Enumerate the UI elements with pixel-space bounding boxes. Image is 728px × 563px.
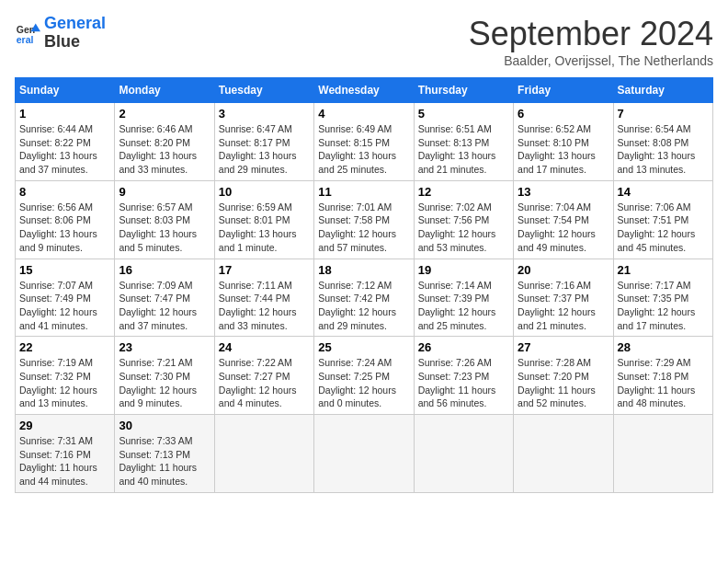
calendar-day-cell: 28Sunrise: 7:29 AM Sunset: 7:18 PM Dayli…: [613, 337, 712, 415]
day-info: Sunrise: 7:04 AM Sunset: 7:54 PM Dayligh…: [518, 201, 609, 255]
calendar-day-cell: 2Sunrise: 6:46 AM Sunset: 8:20 PM Daylig…: [115, 103, 214, 181]
day-info: Sunrise: 7:01 AM Sunset: 7:58 PM Dayligh…: [318, 201, 409, 255]
day-info: Sunrise: 7:12 AM Sunset: 7:42 PM Dayligh…: [318, 279, 409, 333]
logo: Gen eral GeneralBlue: [15, 15, 106, 52]
calendar-day-cell: 25Sunrise: 7:24 AM Sunset: 7:25 PM Dayli…: [314, 337, 414, 415]
calendar-day-cell: [314, 415, 414, 493]
calendar-day-cell: [613, 415, 712, 493]
day-number: 20: [518, 263, 609, 277]
day-number: 26: [418, 340, 509, 354]
day-info: Sunrise: 7:26 AM Sunset: 7:23 PM Dayligh…: [418, 356, 509, 410]
day-info: Sunrise: 7:28 AM Sunset: 7:20 PM Dayligh…: [518, 356, 609, 410]
calendar-day-cell: 9Sunrise: 6:57 AM Sunset: 8:03 PM Daylig…: [115, 180, 214, 259]
calendar-day-cell: 11Sunrise: 7:01 AM Sunset: 7:58 PM Dayli…: [314, 180, 414, 259]
weekday-header: Friday: [514, 78, 613, 103]
calendar-day-cell: 20Sunrise: 7:16 AM Sunset: 7:37 PM Dayli…: [514, 259, 613, 337]
day-number: 30: [119, 419, 210, 432]
day-number: 11: [318, 185, 409, 199]
day-info: Sunrise: 7:19 AM Sunset: 7:32 PM Dayligh…: [19, 356, 110, 410]
day-number: 1: [19, 107, 110, 121]
calendar-day-cell: 26Sunrise: 7:26 AM Sunset: 7:23 PM Dayli…: [414, 337, 513, 415]
calendar-day-cell: 14Sunrise: 7:06 AM Sunset: 7:51 PM Dayli…: [613, 180, 712, 259]
day-number: 12: [418, 185, 509, 199]
weekday-header: Thursday: [414, 78, 513, 103]
day-info: Sunrise: 7:22 AM Sunset: 7:27 PM Dayligh…: [219, 356, 310, 410]
calendar-day-cell: 27Sunrise: 7:28 AM Sunset: 7:20 PM Dayli…: [514, 337, 613, 415]
day-info: Sunrise: 7:21 AM Sunset: 7:30 PM Dayligh…: [119, 356, 210, 410]
calendar-day-cell: 23Sunrise: 7:21 AM Sunset: 7:30 PM Dayli…: [115, 337, 214, 415]
day-info: Sunrise: 7:06 AM Sunset: 7:51 PM Dayligh…: [618, 201, 709, 255]
calendar-day-cell: 3Sunrise: 6:47 AM Sunset: 8:17 PM Daylig…: [214, 103, 313, 181]
day-number: 4: [318, 107, 409, 121]
page-header: Gen eral GeneralBlue September 2024 Baal…: [15, 15, 713, 68]
calendar-day-cell: [414, 415, 513, 493]
day-number: 7: [618, 107, 709, 121]
day-info: Sunrise: 7:29 AM Sunset: 7:18 PM Dayligh…: [618, 356, 709, 410]
calendar-day-cell: 30Sunrise: 7:33 AM Sunset: 7:13 PM Dayli…: [115, 415, 214, 493]
day-info: Sunrise: 6:49 AM Sunset: 8:15 PM Dayligh…: [318, 122, 409, 177]
logo-icon: Gen eral: [15, 20, 40, 46]
calendar-day-cell: 18Sunrise: 7:12 AM Sunset: 7:42 PM Dayli…: [314, 259, 414, 337]
calendar-day-cell: 4Sunrise: 6:49 AM Sunset: 8:15 PM Daylig…: [314, 103, 414, 181]
day-number: 14: [618, 185, 709, 199]
day-info: Sunrise: 7:33 AM Sunset: 7:13 PM Dayligh…: [119, 434, 210, 488]
calendar-day-cell: 21Sunrise: 7:17 AM Sunset: 7:35 PM Dayli…: [613, 259, 712, 337]
calendar-day-cell: [514, 415, 613, 493]
day-info: Sunrise: 6:47 AM Sunset: 8:17 PM Dayligh…: [219, 122, 310, 177]
calendar-week-row: 22Sunrise: 7:19 AM Sunset: 7:32 PM Dayli…: [16, 337, 713, 415]
day-number: 18: [318, 263, 409, 277]
day-number: 6: [518, 107, 609, 121]
logo-text: GeneralBlue: [44, 15, 106, 52]
weekday-header-row: SundayMondayTuesdayWednesdayThursdayFrid…: [16, 78, 713, 103]
weekday-header: Sunday: [16, 78, 115, 103]
day-info: Sunrise: 7:16 AM Sunset: 7:37 PM Dayligh…: [518, 279, 609, 333]
calendar-day-cell: 22Sunrise: 7:19 AM Sunset: 7:32 PM Dayli…: [16, 337, 115, 415]
calendar-day-cell: [214, 415, 313, 493]
day-number: 19: [418, 263, 509, 277]
day-number: 10: [219, 185, 310, 199]
day-number: 29: [19, 419, 110, 432]
day-number: 16: [119, 263, 210, 277]
calendar-day-cell: 1Sunrise: 6:44 AM Sunset: 8:22 PM Daylig…: [16, 103, 115, 181]
day-info: Sunrise: 6:44 AM Sunset: 8:22 PM Dayligh…: [19, 122, 110, 177]
weekday-header: Wednesday: [314, 78, 414, 103]
calendar-day-cell: 15Sunrise: 7:07 AM Sunset: 7:49 PM Dayli…: [16, 259, 115, 337]
day-info: Sunrise: 6:51 AM Sunset: 8:13 PM Dayligh…: [418, 122, 509, 177]
calendar-day-cell: 6Sunrise: 6:52 AM Sunset: 8:10 PM Daylig…: [514, 103, 613, 181]
day-info: Sunrise: 7:07 AM Sunset: 7:49 PM Dayligh…: [19, 279, 110, 333]
calendar-day-cell: 13Sunrise: 7:04 AM Sunset: 7:54 PM Dayli…: [514, 180, 613, 259]
day-number: 5: [418, 107, 509, 121]
day-number: 24: [219, 340, 310, 354]
day-info: Sunrise: 6:52 AM Sunset: 8:10 PM Dayligh…: [518, 122, 609, 177]
calendar-week-row: 29Sunrise: 7:31 AM Sunset: 7:16 PM Dayli…: [16, 415, 713, 493]
calendar-week-row: 1Sunrise: 6:44 AM Sunset: 8:22 PM Daylig…: [16, 103, 713, 181]
day-info: Sunrise: 7:11 AM Sunset: 7:44 PM Dayligh…: [219, 279, 310, 333]
calendar-week-row: 8Sunrise: 6:56 AM Sunset: 8:06 PM Daylig…: [16, 180, 713, 259]
weekday-header: Tuesday: [214, 78, 313, 103]
day-number: 2: [119, 107, 210, 121]
day-number: 9: [119, 185, 210, 199]
day-info: Sunrise: 7:02 AM Sunset: 7:56 PM Dayligh…: [418, 201, 509, 255]
weekday-header: Saturday: [613, 78, 712, 103]
day-number: 25: [318, 340, 409, 354]
day-number: 27: [518, 340, 609, 354]
day-info: Sunrise: 7:14 AM Sunset: 7:39 PM Dayligh…: [418, 279, 509, 333]
day-number: 3: [219, 107, 310, 121]
day-info: Sunrise: 7:17 AM Sunset: 7:35 PM Dayligh…: [618, 279, 709, 333]
title-block: September 2024 Baalder, Overijssel, The …: [469, 15, 713, 68]
day-info: Sunrise: 7:31 AM Sunset: 7:16 PM Dayligh…: [19, 434, 110, 488]
day-info: Sunrise: 6:46 AM Sunset: 8:20 PM Dayligh…: [119, 122, 210, 177]
day-number: 8: [19, 185, 110, 199]
day-number: 22: [19, 340, 110, 354]
calendar-day-cell: 17Sunrise: 7:11 AM Sunset: 7:44 PM Dayli…: [214, 259, 313, 337]
calendar-day-cell: 10Sunrise: 6:59 AM Sunset: 8:01 PM Dayli…: [214, 180, 313, 259]
calendar-day-cell: 16Sunrise: 7:09 AM Sunset: 7:47 PM Dayli…: [115, 259, 214, 337]
day-number: 21: [618, 263, 709, 277]
calendar-week-row: 15Sunrise: 7:07 AM Sunset: 7:49 PM Dayli…: [16, 259, 713, 337]
day-number: 15: [19, 263, 110, 277]
month-title: September 2024: [469, 15, 713, 53]
calendar-day-cell: 8Sunrise: 6:56 AM Sunset: 8:06 PM Daylig…: [16, 180, 115, 259]
day-info: Sunrise: 6:56 AM Sunset: 8:06 PM Dayligh…: [19, 201, 110, 255]
location-subtitle: Baalder, Overijssel, The Netherlands: [469, 53, 713, 68]
calendar-day-cell: 12Sunrise: 7:02 AM Sunset: 7:56 PM Dayli…: [414, 180, 513, 259]
